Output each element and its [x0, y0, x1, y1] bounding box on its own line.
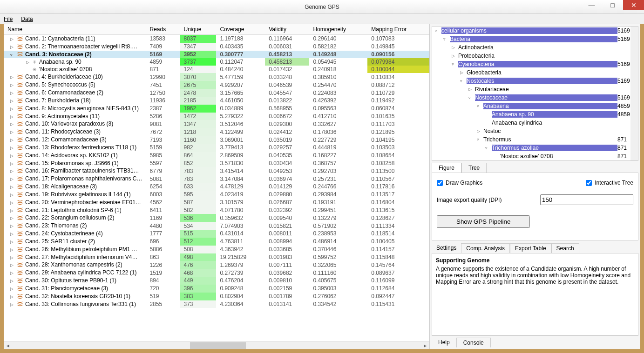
chevron-icon[interactable]: ▿: [443, 37, 448, 41]
table-row[interactable]: ▷Cand. 15: Polaromonas sp. JS666 (1)5597…: [4, 160, 429, 167]
table-row[interactable]: ▷Cand. 6: Comamonadaceae (2)1275024783.1…: [4, 89, 429, 97]
table-row[interactable]: ▷Cand. 19: Rubrivivax gelatinosus IL144 …: [4, 191, 429, 199]
table-row[interactable]: ▷Cand. 14: Acidovorax sp. KKS102 (1)5985…: [4, 152, 429, 160]
chevron-icon[interactable]: ▿: [477, 104, 481, 108]
table-row[interactable]: ▷Cand. 23: Thiomonas (2)44805347.0749030…: [4, 222, 429, 230]
chevron-icon[interactable]: ▿: [485, 146, 490, 150]
chevron-icon[interactable]: ▷: [10, 216, 15, 220]
column-header[interactable]: Reads: [146, 24, 180, 35]
scroll-right-icon[interactable]: ▸: [421, 341, 429, 349]
table-row[interactable]: ▷Cand. 29: Anabaena cylindrica PCC 7122 …: [4, 269, 429, 277]
tree-node[interactable]: ▿Trichormus azollae871: [432, 144, 638, 152]
taxonomy-tree[interactable]: ▿cellular organisms5169▿Bacteria5169▷Act…: [432, 26, 638, 161]
tree-node[interactable]: Anabaena cylindrica: [432, 119, 638, 127]
chevron-icon[interactable]: ▷: [10, 114, 15, 119]
chevron-icon[interactable]: ▷: [10, 161, 15, 166]
chevron-icon[interactable]: ▷: [477, 129, 481, 133]
table-row[interactable]: ▷Cand. 9: Actinomycetales (11)528614725.…: [4, 113, 429, 120]
tab-help[interactable]: Help: [432, 338, 456, 347]
chevron-icon[interactable]: ▷: [452, 53, 456, 58]
tree-node[interactable]: 'Nostoc azollae' 0708871: [432, 152, 638, 160]
menu-file[interactable]: File: [4, 16, 13, 22]
tree-node[interactable]: ▷Nostoc: [432, 127, 638, 135]
show-pipeline-button[interactable]: Show GPS Pipeline: [437, 215, 530, 228]
chevron-icon[interactable]: ▷: [10, 193, 15, 197]
chevron-icon[interactable]: ▷: [10, 240, 15, 244]
tree-node[interactable]: ▿Cyanobacteria5169: [432, 60, 638, 68]
table-row[interactable]: ▷Cand. 7: Burkholderia (18)1193621854.46…: [4, 97, 429, 105]
tree-scrollbar[interactable]: [630, 27, 638, 160]
table-row[interactable]: ▷Cand. 28: Xanthomonas campestris (2)122…: [4, 261, 429, 269]
chevron-icon[interactable]: ▷: [10, 286, 15, 291]
table-row[interactable]: ▷Cand. 18: Alcaligenaceae (3)62546334.47…: [4, 183, 429, 191]
table-row[interactable]: ▷Cand. 26: Methylibium petroleiphilum PM…: [4, 246, 429, 253]
chevron-icon[interactable]: ▷: [10, 130, 15, 134]
tree-node[interactable]: ▷Gloeobacteria: [432, 68, 638, 77]
table-row[interactable]: ▷Cand. 11: Rhodocyclaceae (3)767212184.1…: [4, 128, 429, 136]
interactive-tree-checkbox[interactable]: Interactive Tree: [586, 180, 633, 186]
tree-node[interactable]: ▿Trichormus871: [432, 135, 638, 144]
table-row[interactable]: ▷✳Anabaena sp. 90485937370.1120470.45821…: [4, 58, 429, 66]
tree-node[interactable]: ▷Actinobacteria: [432, 43, 638, 52]
chevron-icon[interactable]: ▷: [10, 177, 15, 181]
horizontal-scrollbar[interactable]: ◂ ▸: [4, 341, 429, 349]
tree-node[interactable]: ▿Nostocaceae5169: [432, 93, 638, 102]
table-row[interactable]: ▿Cand. 3: Nostocaceae (2)516939520.30077…: [4, 51, 429, 59]
maximize-button[interactable]: □: [602, 0, 623, 10]
table-row[interactable]: ▷Cand. 31: Planctomycetaceae (3)7203960.…: [4, 285, 429, 293]
chevron-icon[interactable]: ▷: [10, 271, 15, 275]
tree-node[interactable]: ▷Proteobacteria: [432, 52, 638, 60]
chevron-icon[interactable]: ▷: [10, 263, 15, 267]
table-row[interactable]: ▷Cand. 25: SAR11 cluster (2)6965124.7638…: [4, 238, 429, 246]
chevron-icon[interactable]: ▷: [10, 247, 15, 252]
chevron-icon[interactable]: ▷: [10, 224, 15, 228]
tree-node[interactable]: ▿cellular organisms5169: [432, 27, 638, 35]
chevron-icon[interactable]: ▷: [10, 232, 15, 236]
candidates-table[interactable]: NameReadsUniqueCoverageValidityHomogenei…: [4, 24, 429, 308]
chevron-icon[interactable]: ▷: [26, 60, 31, 65]
tab-figure[interactable]: Figure: [432, 163, 461, 173]
chevron-icon[interactable]: ▷: [10, 45, 15, 49]
chevron-icon[interactable]: ▷: [10, 185, 15, 189]
close-button[interactable]: ✕: [623, 0, 644, 10]
table-row[interactable]: ▷Cand. 12: Comamonadaceae (3)719311603.0…: [4, 136, 429, 144]
chevron-icon[interactable]: ▷: [10, 122, 15, 127]
tree-node[interactable]: ▿Bacteria5169: [432, 35, 638, 43]
table-row[interactable]: ▷Cand. 20: Verminephrobacter eiseniae EF…: [4, 199, 429, 206]
table-row[interactable]: ▷Cand. 17: Polaromonas naphthalenivorans…: [4, 175, 429, 183]
minimize-button[interactable]: —: [581, 0, 602, 10]
table-row[interactable]: ▷Cand. 4: Burkholderiaceae (10)129903070…: [4, 73, 429, 81]
tab-export-table[interactable]: Export Table: [510, 243, 551, 253]
column-header[interactable]: Coverage: [216, 24, 265, 35]
table-row[interactable]: ▷Cand. 2: Thermoanaerobacter wiegelii Rt…: [4, 43, 429, 51]
tab-search[interactable]: Search: [551, 243, 579, 253]
chevron-icon[interactable]: ▷: [10, 208, 15, 213]
chevron-icon[interactable]: ▿: [10, 53, 15, 57]
chevron-icon[interactable]: ▷: [10, 91, 15, 95]
chevron-icon[interactable]: ▷: [460, 70, 465, 75]
scroll-thumb[interactable]: [190, 342, 246, 349]
dpi-input[interactable]: [540, 194, 633, 205]
draw-graphics-checkbox[interactable]: Draw Graphics: [437, 180, 482, 186]
chevron-icon[interactable]: ▷: [10, 99, 15, 103]
chevron-icon[interactable]: ▷: [10, 153, 15, 158]
chevron-icon[interactable]: ▷: [10, 255, 15, 260]
chevron-icon[interactable]: ▿: [468, 95, 473, 100]
chevron-icon[interactable]: ▷: [10, 75, 15, 80]
scroll-left-icon[interactable]: ◂: [4, 341, 12, 349]
column-header[interactable]: Unique: [180, 24, 217, 35]
table-row[interactable]: ▷Cand. 27: Methylacidiphilum infernorum …: [4, 253, 429, 261]
column-header[interactable]: Validity: [265, 24, 309, 35]
column-header[interactable]: Homogeneity: [309, 24, 367, 35]
tree-node[interactable]: Anabaena sp. 904859: [432, 110, 638, 119]
chevron-icon[interactable]: ▷: [10, 200, 15, 205]
column-header[interactable]: Mapping Error: [367, 24, 429, 35]
chevron-icon[interactable]: ▷: [10, 138, 15, 142]
column-header[interactable]: Name: [4, 24, 146, 35]
table-row[interactable]: ▷Cand. 21: Leptothrix cholodnii SP-6 (1)…: [4, 206, 429, 214]
chevron-icon[interactable]: ▿: [460, 79, 465, 83]
chevron-icon[interactable]: ▿: [477, 137, 481, 142]
tree-node[interactable]: ▿Anabaena4859: [432, 102, 638, 110]
table-row[interactable]: ▷Cand. 8: Microcystis aeruginosa NIES-84…: [4, 105, 429, 113]
chevron-icon[interactable]: ▷: [10, 107, 15, 111]
